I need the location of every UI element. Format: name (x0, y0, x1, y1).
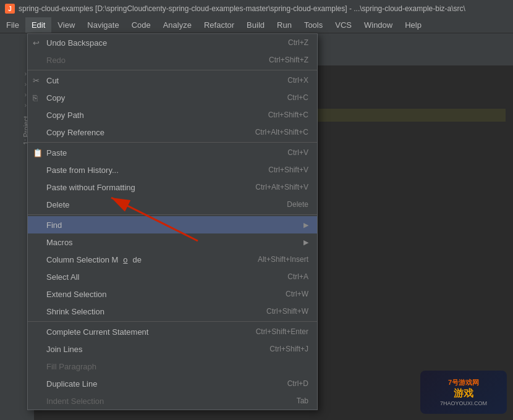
separator-3 (28, 214, 317, 215)
cut-label: Cut (46, 76, 59, 85)
column-selection-shortcut: Alt+Shift+Insert (258, 255, 308, 264)
redo-label: Redo (46, 56, 66, 65)
copy-label: Copy (46, 93, 65, 103)
indent-selection-shortcut: Tab (297, 397, 308, 405)
column-selection-label: Column Selection Mode (46, 255, 142, 264)
paste-history-label: Paste from History... (46, 166, 119, 175)
cut-shortcut: Ctrl+X (287, 76, 308, 85)
undo-shortcut: Ctrl+Z (288, 38, 308, 47)
menu-shrink-selection[interactable]: Shrink Selection Ctrl+Shift+W (28, 303, 317, 320)
paste-no-format-shortcut: Ctrl+Alt+Shift+V (255, 183, 308, 191)
duplicate-line-label: Duplicate Line (46, 379, 97, 388)
complete-statement-label: Complete Current Statement (46, 327, 148, 337)
menu-copy[interactable]: ⎘ Copy Ctrl+C (28, 89, 317, 106)
shrink-selection-label: Shrink Selection (46, 307, 104, 316)
menu-fill-paragraph[interactable]: Fill Paragraph (28, 358, 317, 375)
watermark: 7号游戏网 游戏 7HAOYOUXI.COM (420, 371, 507, 414)
menu-indent-selection[interactable]: Indent Selection Tab (28, 392, 317, 410)
menu-copy-path[interactable]: Copy Path Ctrl+Shift+C (28, 106, 317, 124)
copy-reference-label: Copy Reference (46, 128, 104, 137)
menu-extend-selection[interactable]: Extend Selection Ctrl+W (28, 285, 317, 303)
copy-shortcut: Ctrl+C (287, 93, 308, 102)
shrink-selection-shortcut: Ctrl+Shift+W (266, 307, 308, 316)
undo-label: Undo Backspace (46, 38, 107, 48)
join-lines-shortcut: Ctrl+Shift+J (269, 345, 308, 353)
menu-column-selection[interactable]: Column Selection Mode Alt+Shift+Insert (28, 251, 317, 268)
menu-redo[interactable]: Redo Ctrl+Shift+Z (28, 51, 317, 69)
menu-select-all[interactable]: Select All Ctrl+A (28, 268, 317, 285)
menu-macros[interactable]: Macros ▶ (28, 233, 317, 251)
menu-cut[interactable]: ✂ Cut Ctrl+X (28, 72, 317, 89)
duplicate-line-shortcut: Ctrl+D (287, 379, 308, 388)
copy-path-label: Copy Path (46, 111, 84, 120)
join-lines-label: Join Lines (46, 345, 83, 354)
copy-icon: ⎘ (33, 93, 38, 103)
undo-icon: ↩ (33, 38, 40, 48)
menu-complete-statement[interactable]: Complete Current Statement Ctrl+Shift+En… (28, 323, 317, 340)
paste-shortcut: Ctrl+V (287, 148, 308, 157)
delete-label: Delete (46, 200, 70, 209)
select-all-shortcut: Ctrl+A (287, 272, 308, 281)
complete-statement-shortcut: Ctrl+Shift+Enter (256, 327, 308, 336)
extend-selection-shortcut: Ctrl+W (286, 290, 308, 298)
find-label: Find (46, 220, 62, 230)
fill-paragraph-label: Fill Paragraph (46, 362, 96, 371)
menu-paste-history[interactable]: Paste from History... Ctrl+Shift+V (28, 161, 317, 178)
watermark-site: 7HAOYOUXI.COM (440, 400, 487, 406)
macros-arrow: ▶ (303, 238, 308, 246)
menu-delete[interactable]: Delete Delete (28, 196, 317, 213)
separator-2 (28, 142, 317, 143)
menu-join-lines[interactable]: Join Lines Ctrl+Shift+J (28, 340, 317, 358)
extend-selection-label: Extend Selection (46, 290, 107, 299)
menu-undo[interactable]: ↩ Undo Backspace Ctrl+Z (28, 34, 317, 51)
paste-history-shortcut: Ctrl+Shift+V (268, 166, 308, 174)
copy-path-shortcut: Ctrl+Shift+C (268, 111, 308, 119)
separator-4 (28, 321, 317, 322)
select-all-label: Select All (46, 272, 79, 282)
menu-overlay[interactable]: ↩ Undo Backspace Ctrl+Z Redo Ctrl+Shift+… (0, 0, 513, 420)
menu-find[interactable]: Find ▶ (28, 216, 317, 233)
cut-icon: ✂ (33, 76, 40, 85)
watermark-line1: 7号游戏网 (448, 378, 479, 387)
paste-label: Paste (46, 148, 67, 158)
menu-duplicate-line[interactable]: Duplicate Line Ctrl+D (28, 375, 317, 392)
menu-paste[interactable]: 📋 Paste Ctrl+V (28, 144, 317, 161)
delete-shortcut: Delete (287, 200, 308, 209)
menu-paste-no-format[interactable]: Paste without Formatting Ctrl+Alt+Shift+… (28, 178, 317, 196)
find-arrow: ▶ (303, 221, 308, 229)
paste-icon: 📋 (33, 148, 43, 158)
copy-reference-shortcut: Ctrl+Alt+Shift+C (255, 128, 308, 136)
separator-1 (28, 70, 317, 70)
macros-label: Macros (46, 238, 73, 247)
edit-dropdown-menu: ↩ Undo Backspace Ctrl+Z Redo Ctrl+Shift+… (27, 33, 318, 410)
paste-no-format-label: Paste without Formatting (46, 183, 135, 192)
indent-selection-label: Indent Selection (46, 397, 104, 406)
menu-copy-reference[interactable]: Copy Reference Ctrl+Alt+Shift+C (28, 124, 317, 141)
watermark-line2: 游戏 (454, 387, 473, 400)
redo-shortcut: Ctrl+Shift+Z (269, 56, 308, 64)
